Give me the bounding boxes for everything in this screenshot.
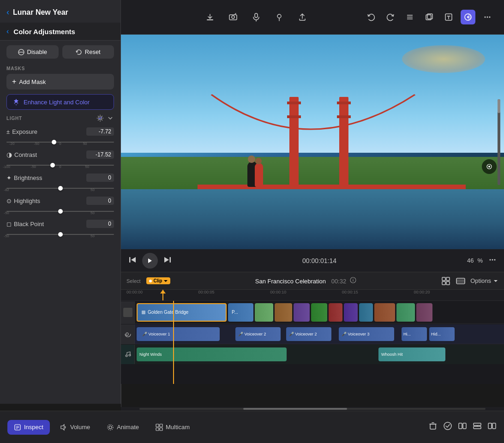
clip-8[interactable] bbox=[344, 303, 358, 322]
clip-5[interactable] bbox=[294, 303, 310, 322]
voiceover-2a[interactable]: 🎤 Voiceover 2 bbox=[235, 327, 281, 341]
disable-button[interactable]: Disable bbox=[6, 45, 59, 59]
split-tool-icon[interactable] bbox=[458, 421, 467, 433]
night-winds-track[interactable]: Night Winds bbox=[137, 347, 287, 361]
project-back-arrow[interactable]: ‹ bbox=[6, 7, 9, 17]
camera-overlay-icon[interactable] bbox=[482, 159, 497, 174]
whoosh-hit-track[interactable]: Whoosh Hit bbox=[378, 347, 445, 361]
light-section: LIGHT bbox=[0, 113, 120, 125]
ruler-mark-2: 00:00:10 bbox=[270, 290, 286, 294]
preview-scrollbar[interactable] bbox=[498, 99, 500, 185]
music-track-content[interactable]: Night Winds Whoosh Hit bbox=[135, 345, 504, 364]
clip-10[interactable] bbox=[374, 303, 395, 322]
microphone-icon[interactable] bbox=[249, 10, 264, 24]
camera-icon[interactable] bbox=[226, 10, 240, 24]
ruler-playhead bbox=[162, 290, 163, 301]
contrast-slider[interactable]: -100 -50 0 50 bbox=[6, 161, 114, 170]
voiceover-2b[interactable]: 🎤 Voiceover 2 bbox=[286, 327, 331, 341]
titles-icon[interactable] bbox=[441, 10, 456, 24]
trim-tool-icon[interactable] bbox=[487, 421, 497, 433]
clip-11[interactable] bbox=[396, 303, 415, 322]
clip-info-icon[interactable] bbox=[350, 277, 356, 283]
scrollbar-thumb[interactable] bbox=[243, 408, 347, 410]
photo-browser-icon[interactable] bbox=[422, 10, 437, 24]
import-icon[interactable] bbox=[203, 10, 217, 24]
exposure-value[interactable] bbox=[86, 127, 114, 136]
reset-button[interactable]: Reset bbox=[62, 45, 114, 59]
color-inspector-icon[interactable] bbox=[461, 10, 475, 24]
tab-volume[interactable]: Volume bbox=[54, 420, 96, 435]
clip-3[interactable] bbox=[255, 303, 273, 322]
clip-4[interactable] bbox=[275, 303, 292, 322]
tab-multicam[interactable]: Multicam bbox=[149, 420, 196, 435]
playback-more-button[interactable] bbox=[488, 256, 497, 266]
hid-track[interactable]: Hid... bbox=[429, 327, 455, 341]
disable-icon bbox=[18, 49, 24, 55]
panel-back-arrow[interactable]: ‹ bbox=[6, 27, 9, 36]
svg-point-5 bbox=[232, 16, 234, 18]
exposure-slider[interactable]: -20 -50 0 50 bbox=[6, 138, 114, 147]
redo-icon[interactable] bbox=[383, 10, 398, 24]
undo-icon[interactable] bbox=[364, 10, 378, 24]
video-track-thumb bbox=[121, 301, 135, 323]
highlights-value[interactable] bbox=[86, 197, 114, 205]
clip-6[interactable] bbox=[311, 303, 327, 322]
skip-forward-button[interactable] bbox=[163, 256, 172, 266]
voiceover-1[interactable]: 🎤 Voiceover 1 bbox=[137, 327, 220, 341]
clip-golden-gate[interactable]: Golden Gate Bridge bbox=[137, 303, 227, 322]
ruler-mark-3: 00:00:15 bbox=[342, 290, 358, 294]
video-track-content[interactable]: Golden Gate Bridge P... bbox=[135, 301, 504, 323]
clip-p[interactable]: P... bbox=[228, 303, 253, 322]
clip-tool-1[interactable] bbox=[441, 276, 451, 286]
share-icon[interactable] bbox=[295, 10, 310, 24]
blackpoint-slider[interactable]: -50 0 50 bbox=[6, 230, 114, 239]
options-button[interactable]: Options bbox=[470, 276, 498, 286]
more-options-icon[interactable] bbox=[480, 10, 495, 24]
project-nav: ‹ Lunar New Year bbox=[0, 0, 120, 23]
svg-point-58 bbox=[444, 422, 451, 430]
brightness-slider[interactable]: -82 0 50 bbox=[6, 184, 114, 193]
toolbar-center bbox=[203, 10, 310, 24]
check-tool-icon[interactable] bbox=[443, 421, 452, 433]
delete-tool-icon[interactable] bbox=[428, 421, 438, 433]
tab-inspect[interactable]: Inspect bbox=[7, 420, 50, 435]
highlights-slider[interactable]: -50 0 50 bbox=[6, 207, 114, 216]
svg-marker-26 bbox=[164, 257, 169, 263]
exposure-label: ± Exposure bbox=[6, 128, 37, 135]
cut-tool-icon[interactable] bbox=[473, 421, 482, 433]
hi-track[interactable]: Hi... bbox=[402, 327, 427, 341]
clip-tool-2[interactable] bbox=[456, 276, 466, 286]
brightness-value[interactable] bbox=[86, 174, 114, 182]
svg-point-18 bbox=[487, 17, 488, 18]
skip-back-button[interactable] bbox=[128, 256, 137, 266]
blackpoint-value[interactable] bbox=[86, 220, 114, 228]
auto-enhance-icon[interactable] bbox=[96, 114, 104, 122]
enhance-light-color-button[interactable]: Enhance Light and Color bbox=[6, 94, 114, 110]
video-preview bbox=[121, 35, 504, 249]
play-button[interactable] bbox=[142, 253, 158, 269]
svg-rect-35 bbox=[446, 277, 450, 281]
clip-7[interactable] bbox=[329, 303, 342, 322]
collapse-icon[interactable] bbox=[107, 114, 114, 122]
highlights-label: ⊙ Highlights bbox=[6, 198, 40, 204]
clip-9[interactable] bbox=[359, 303, 373, 322]
audio-track-content[interactable]: 🎤 Voiceover 1 🎤 Voiceover 2 🎤 Voiceover … bbox=[135, 324, 504, 344]
scrollbar-track[interactable] bbox=[139, 408, 486, 410]
voiceover-3[interactable]: 🎤 Voiceover 3 bbox=[339, 327, 394, 341]
toolbar-right bbox=[364, 10, 495, 24]
svg-marker-41 bbox=[494, 280, 498, 282]
audio-track-row: 🎤 Voiceover 1 🎤 Voiceover 2 🎤 Voiceover … bbox=[121, 324, 504, 344]
svg-marker-50 bbox=[61, 425, 64, 430]
marker-icon[interactable] bbox=[272, 10, 287, 24]
ruler-mark-4: 00:00:20 bbox=[414, 290, 430, 294]
clip-12[interactable] bbox=[416, 303, 432, 322]
svg-point-52 bbox=[108, 425, 113, 430]
exposure-slider-row: ± Exposure -20 -50 0 50 bbox=[0, 125, 120, 148]
add-mask-button[interactable]: + Add Mask bbox=[6, 74, 114, 90]
list-icon[interactable] bbox=[402, 10, 417, 24]
preview-scroll-thumb[interactable] bbox=[498, 99, 500, 113]
video-frame bbox=[121, 35, 504, 249]
contrast-value[interactable] bbox=[86, 150, 114, 159]
svg-rect-54 bbox=[160, 424, 162, 427]
tab-animate[interactable]: Animate bbox=[100, 420, 145, 435]
